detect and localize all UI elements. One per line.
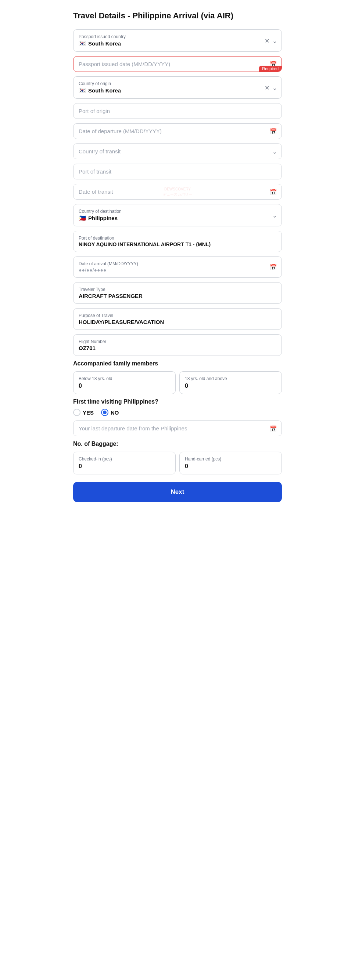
country-of-origin-field[interactable]: Country of origin 🇰🇷 South Korea ✕ ⌄ [73, 76, 282, 99]
calendar-icon-transit[interactable]: 📅 [270, 188, 277, 195]
first-time-no-option[interactable]: NO [101, 409, 119, 416]
first-time-yes-option[interactable]: YES [73, 409, 94, 416]
first-time-question: First time visiting Philippines? [73, 398, 282, 405]
no-radio-circle[interactable] [101, 409, 109, 416]
accompanied-family-title: Accompanied family members [73, 360, 282, 367]
country-of-destination-field[interactable]: Country of destination 🇵🇭 Philippines ⌄ [73, 204, 282, 226]
port-of-transit-field[interactable]: Port of transit [73, 164, 282, 180]
page-title: Travel Details - Philippine Arrival (via… [73, 11, 282, 21]
last-departure-field[interactable]: Your last departure date from the Philip… [73, 420, 282, 436]
next-button[interactable]: Next [73, 482, 282, 502]
chevron-down-icon-country-origin[interactable]: ⌄ [272, 84, 277, 91]
date-of-departure-field[interactable]: Date of departure (MM/DD/YYYY) 📅 [73, 123, 282, 139]
country-of-transit-field[interactable]: Country of transit ⌄ [73, 143, 282, 159]
last-departure-placeholder: Your last departure date from the Philip… [78, 425, 277, 431]
purpose-of-travel-label: Purpose of Travel [78, 313, 277, 318]
purpose-of-travel-field: Purpose of Travel HOLIDAY/PLEASURE/VACAT… [73, 308, 282, 330]
accompanied-family-grid: Below 18 yrs. old 0 18 yrs. old and abov… [73, 371, 282, 394]
clear-icon-passport-country[interactable]: ✕ [265, 37, 269, 44]
philippines-flag: 🇵🇭 [78, 215, 86, 222]
passport-issued-country-label: Passport issued country [78, 34, 277, 39]
date-of-arrival-field[interactable]: Date of arrival (MM/DD/YYYY) ●●/●●/●●●● … [73, 256, 282, 278]
chevron-down-icon-transit[interactable]: ⌄ [272, 148, 277, 155]
first-time-radio-group: YES NO [73, 409, 282, 416]
traveler-type-value: AIRCRAFT PASSENGER [78, 293, 277, 299]
above18-value: 0 [185, 383, 277, 389]
calendar-icon-departure[interactable]: 📅 [270, 128, 277, 135]
last-departure-icons: 📅 [270, 425, 277, 432]
calendar-icon-last-departure[interactable]: 📅 [270, 425, 277, 432]
baggage-grid: Checked-in (pcs) 0 Hand-carried (pcs) 0 [73, 452, 282, 474]
country-of-transit-icons: ⌄ [272, 148, 277, 155]
traveler-type-label: Traveler Type [78, 287, 277, 292]
country-of-destination-label: Country of destination [78, 209, 277, 214]
chevron-down-icon-destination[interactable]: ⌄ [272, 212, 277, 219]
port-of-destination-label: Port of destination [78, 235, 277, 241]
above18-box: 18 yrs. old and above 0 [179, 371, 282, 394]
checked-in-value: 0 [78, 463, 170, 469]
hand-carried-label: Hand-carried (pcs) [185, 457, 277, 461]
south-korea-flag-1: 🇰🇷 [78, 40, 86, 47]
flight-number-value: OZ701 [78, 345, 277, 351]
yes-radio-circle[interactable] [73, 409, 80, 416]
date-of-arrival-icons: 📅 [270, 264, 277, 271]
country-of-destination-value: 🇵🇭 Philippines [78, 215, 277, 222]
passport-issued-date-placeholder: Passport issued date (MM/DD/YYYY) [78, 61, 277, 67]
below18-box: Below 18 yrs. old 0 [73, 371, 176, 394]
chevron-down-icon-passport-country[interactable]: ⌄ [272, 37, 277, 44]
checked-in-label: Checked-in (pcs) [78, 457, 170, 461]
country-of-origin-label: Country of origin [78, 81, 277, 86]
country-of-transit-placeholder: Country of transit [78, 148, 277, 154]
date-of-departure-placeholder: Date of departure (MM/DD/YYYY) [78, 128, 277, 134]
baggage-title: No. of Baggage: [73, 441, 282, 447]
above18-label: 18 yrs. old and above [185, 376, 277, 381]
hand-carried-box: Hand-carried (pcs) 0 [179, 452, 282, 474]
traveler-type-field: Traveler Type AIRCRAFT PASSENGER [73, 282, 282, 304]
below18-value: 0 [78, 383, 170, 389]
country-of-destination-icons: ⌄ [272, 212, 277, 219]
date-of-departure-icons: 📅 [270, 128, 277, 135]
below18-label: Below 18 yrs. old [78, 376, 170, 381]
checked-in-box: Checked-in (pcs) 0 [73, 452, 176, 474]
date-of-transit-placeholder: Date of transit [78, 189, 277, 195]
port-of-origin-field[interactable]: Port of origin [73, 103, 282, 119]
required-badge: Required [259, 66, 281, 72]
date-of-arrival-label: Date of arrival (MM/DD/YYYY) [78, 261, 277, 266]
flight-number-field: Flight Number OZ701 [73, 334, 282, 356]
port-of-transit-placeholder: Port of transit [78, 169, 277, 175]
port-of-destination-value: NINOY AQUINO INTERNATIONAL AIRPORT T1 - … [78, 242, 277, 247]
date-of-transit-icons: 📅 [270, 188, 277, 195]
passport-issued-country-icons: ✕ ⌄ [265, 37, 277, 44]
passport-issued-country-value: 🇰🇷 South Korea [78, 40, 277, 47]
port-of-destination-field: Port of destination NINOY AQUINO INTERNA… [73, 231, 282, 252]
flight-number-label: Flight Number [78, 339, 277, 344]
no-label: NO [110, 409, 119, 416]
yes-label: YES [83, 409, 94, 416]
clear-icon-country-origin[interactable]: ✕ [265, 84, 269, 91]
date-of-transit-field[interactable]: Date of transit DEWSCOVERYデュースカバリー 📅 [73, 184, 282, 200]
port-of-origin-placeholder: Port of origin [78, 108, 277, 114]
purpose-of-travel-value: HOLIDAY/PLEASURE/VACATION [78, 319, 277, 325]
calendar-icon-arrival[interactable]: 📅 [270, 264, 277, 271]
south-korea-flag-2: 🇰🇷 [78, 87, 86, 94]
country-of-origin-value: 🇰🇷 South Korea [78, 87, 277, 94]
country-of-origin-icons: ✕ ⌄ [265, 84, 277, 91]
passport-issued-date-field[interactable]: Passport issued date (MM/DD/YYYY) 📅 Requ… [73, 56, 282, 72]
hand-carried-value: 0 [185, 463, 277, 469]
date-of-arrival-value: ●●/●●/●●●● [78, 267, 277, 273]
passport-issued-country-field[interactable]: Passport issued country 🇰🇷 South Korea ✕… [73, 29, 282, 52]
